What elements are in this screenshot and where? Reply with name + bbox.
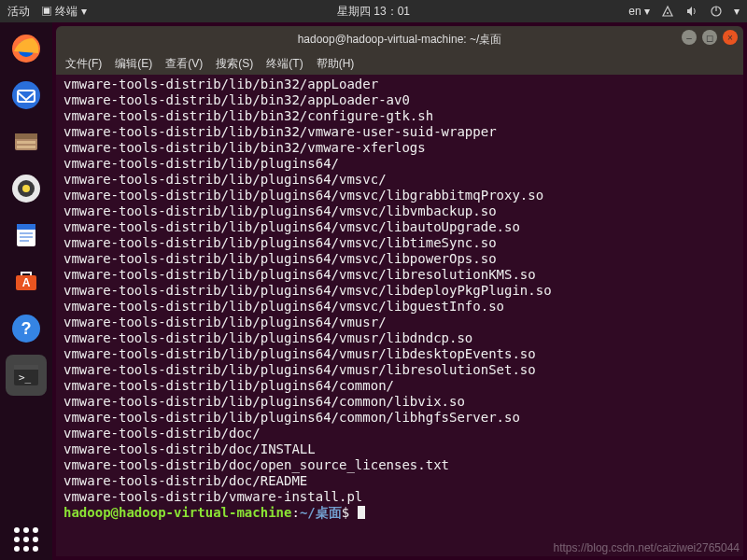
app-indicator[interactable]: ▣ 终端 ▾ — [41, 4, 87, 20]
dock-item-help[interactable]: ? — [6, 308, 47, 349]
terminal-titlebar[interactable]: hadoop@hadoop-virtual-machine: ~/桌面 – ◻ … — [56, 26, 743, 52]
svg-text:>_: >_ — [19, 371, 32, 384]
svg-rect-8 — [15, 133, 37, 139]
menu-file[interactable]: 文件(F) — [65, 56, 102, 72]
svg-text:A: A — [22, 276, 31, 289]
svg-rect-10 — [17, 146, 35, 148]
terminal-window: hadoop@hadoop-virtual-machine: ~/桌面 – ◻ … — [56, 26, 743, 556]
caret-icon: ▾ — [734, 5, 740, 18]
close-button[interactable]: × — [723, 30, 738, 45]
watermark-text: https://blog.csdn.net/caiziwei2765044 — [554, 541, 740, 554]
terminal-cursor — [358, 506, 365, 519]
svg-text:?: ? — [21, 319, 32, 338]
dock-item-thunderbird[interactable] — [6, 75, 47, 116]
dock-item-rhythmbox[interactable] — [6, 168, 47, 209]
svg-point-0 — [667, 12, 669, 14]
dock-item-writer[interactable] — [6, 215, 47, 256]
dock-item-firefox[interactable] — [6, 28, 47, 69]
svg-rect-24 — [14, 365, 38, 370]
caret-icon: ▾ — [81, 5, 87, 18]
terminal-output[interactable]: vmware-tools-distrib/lib/bin32/appLoader… — [56, 75, 743, 556]
terminal-menubar: 文件(F) 编辑(E) 查看(V) 搜索(S) 终端(T) 帮助(H) — [56, 52, 743, 75]
menu-terminal[interactable]: 终端(T) — [266, 56, 303, 72]
menu-edit[interactable]: 编辑(E) — [115, 56, 152, 72]
app-indicator-label: 终端 — [55, 5, 78, 18]
input-source-indicator[interactable]: en ▾ — [628, 5, 650, 18]
svg-point-13 — [22, 185, 30, 192]
sound-icon[interactable] — [685, 5, 698, 18]
screen-icon: ▣ — [41, 5, 52, 18]
svg-point-5 — [12, 81, 40, 109]
power-icon[interactable] — [710, 5, 723, 18]
svg-rect-9 — [17, 141, 35, 144]
dock-item-software[interactable]: A — [6, 261, 47, 302]
activities-button[interactable]: 活动 — [7, 4, 30, 20]
maximize-button[interactable]: ◻ — [702, 30, 717, 45]
ubuntu-dock: A ? >_ — [0, 22, 52, 560]
caret-icon: ▾ — [644, 5, 650, 18]
gnome-top-panel: 活动 ▣ 终端 ▾ 星期四 13：01 en ▾ ▾ — [0, 0, 747, 22]
show-applications-button[interactable] — [6, 519, 47, 560]
dock-item-terminal[interactable]: >_ — [6, 355, 47, 396]
dock-item-files[interactable] — [6, 121, 47, 162]
terminal-title: hadoop@hadoop-virtual-machine: ~/桌面 — [298, 32, 502, 48]
network-icon[interactable] — [661, 5, 674, 18]
apps-grid-icon — [14, 527, 38, 552]
svg-rect-15 — [17, 224, 35, 230]
clock-label[interactable]: 星期四 13：01 — [337, 4, 410, 20]
menu-search[interactable]: 搜索(S) — [216, 56, 253, 72]
menu-view[interactable]: 查看(V) — [165, 56, 203, 72]
menu-help[interactable]: 帮助(H) — [317, 56, 355, 72]
minimize-button[interactable]: – — [682, 30, 697, 45]
